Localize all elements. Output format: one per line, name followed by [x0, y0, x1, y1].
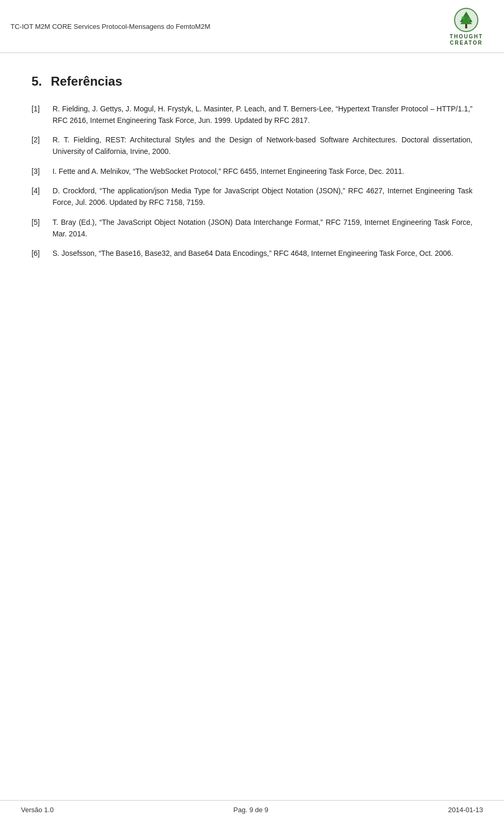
ref-text-3: I. Fette and A. Melnikov, “The WebSocket…: [52, 166, 472, 178]
svg-point-6: [468, 18, 471, 20]
svg-point-5: [461, 16, 465, 19]
document-title: TC-IOT M2M CORE Services Protocol-Mensag…: [10, 23, 210, 30]
list-item: [1] R. Fielding, J. Gettys, J. Mogul, H.…: [32, 103, 472, 126]
references-list: [1] R. Fielding, J. Gettys, J. Mogul, H.…: [32, 103, 472, 260]
ref-text-4: D. Crockford, “The application/json Medi…: [52, 185, 472, 208]
logo-area: THOUGHT CREATOR: [450, 6, 483, 46]
footer-version: Versão 1.0: [21, 806, 54, 814]
ref-number-6: [6]: [32, 248, 48, 260]
section-title: 5. Referências: [32, 74, 472, 89]
ref-number-3: [3]: [32, 166, 48, 178]
list-item: [4] D. Crockford, “The application/json …: [32, 185, 472, 208]
footer-date: 2014-01-13: [448, 806, 484, 814]
footer-page: Pag. 9 de 9: [234, 806, 269, 814]
ref-number-4: [4]: [32, 185, 48, 208]
page-footer: Versão 1.0 Pag. 9 de 9 2014-01-13: [0, 800, 504, 819]
list-item: [2] R. T. Fielding, REST: Architectural …: [32, 134, 472, 157]
list-item: [5] T. Bray (Ed.), “The JavaScript Objec…: [32, 217, 472, 240]
ref-text-6: S. Josefsson, “The Base16, Base32, and B…: [52, 248, 472, 260]
page-wrapper: TC-IOT M2M CORE Services Protocol-Mensag…: [0, 0, 504, 819]
ref-number-1: [1]: [32, 103, 48, 126]
ref-text-5: T. Bray (Ed.), “The JavaScript Object No…: [52, 217, 472, 240]
logo-icon: [453, 6, 480, 34]
ref-text-1: R. Fielding, J. Gettys, J. Mogul, H. Fry…: [52, 103, 472, 126]
ref-text-2: R. T. Fielding, REST: Architectural Styl…: [52, 134, 472, 157]
main-content: 5. Referências [1] R. Fielding, J. Getty…: [0, 53, 504, 819]
ref-number-5: [5]: [32, 217, 48, 240]
svg-rect-2: [465, 24, 467, 28]
list-item: [3] I. Fette and A. Melnikov, “The WebSo…: [32, 166, 472, 178]
section-number: 5.: [32, 74, 42, 88]
ref-number-2: [2]: [32, 134, 48, 157]
logo-text: THOUGHT CREATOR: [450, 34, 483, 46]
list-item: [6] S. Josefsson, “The Base16, Base32, a…: [32, 248, 472, 260]
page-header: TC-IOT M2M CORE Services Protocol-Mensag…: [0, 0, 504, 53]
